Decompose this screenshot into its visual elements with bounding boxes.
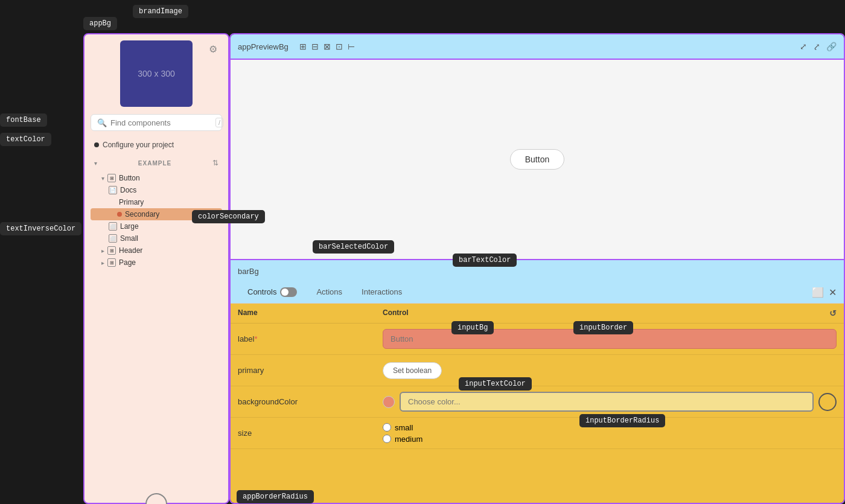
color-input-row <box>383 392 837 412</box>
color-swatch[interactable] <box>383 396 395 408</box>
preview-bar-icons: ⊞ ⊟ ⊠ ⊡ ⊢ <box>299 42 355 51</box>
section-label: EXAMPLE <box>138 160 171 167</box>
radio-row-medium: medium <box>383 435 837 444</box>
tab-toggle-dot <box>281 289 289 296</box>
col-control-header: Control <box>383 308 829 318</box>
tab-toggle[interactable] <box>280 287 297 297</box>
table-row-size: size small medium <box>231 418 844 449</box>
layout-icon-5[interactable]: ⊢ <box>348 42 355 51</box>
search-icon: 🔍 <box>97 118 107 127</box>
brand-image-size: 300 x 300 <box>138 69 175 78</box>
expand-icon: ▾ <box>101 175 104 182</box>
frame-icon-sm: ⬜ <box>109 234 117 243</box>
brand-image-container: 300 x 300 ⚙ <box>91 40 222 107</box>
layout-icon-3[interactable]: ⊠ <box>324 42 331 51</box>
content-area: appPreviewBg ⊞ ⊟ ⊠ ⊡ ⊢ ⤢ ⤤ 🔗 Button barB… <box>229 33 845 504</box>
expand-icon-h: ▸ <box>101 247 104 254</box>
radio-label-small: small <box>395 423 413 432</box>
tab-interactions-label: Interactions <box>362 287 402 296</box>
expand-icon-p: ▸ <box>101 260 104 266</box>
tab-actions[interactable]: Actions <box>307 282 352 302</box>
gear-icon[interactable]: ⚙ <box>209 43 217 55</box>
color-text-input[interactable] <box>400 392 814 412</box>
controls-table: Name Control ↺ label* primary Set boolea… <box>231 304 844 503</box>
inputborderradius-tooltip: inputBorderRadius <box>579 414 665 427</box>
sidebar: 300 x 300 ⚙ 🔍 / Configure your project ▾… <box>83 33 229 504</box>
search-shortcut: / <box>215 118 223 127</box>
inputbg-tooltip: inputBg <box>451 321 494 334</box>
section-header: ▾ EXAMPLE ⇅ <box>91 156 222 170</box>
row-name-bgcolor: backgroundColor <box>238 397 383 406</box>
table-header: Name Control ↺ <box>231 304 844 324</box>
col-name-header: Name <box>238 308 383 318</box>
set-boolean-button[interactable]: Set boolean <box>383 362 442 379</box>
tab-controls[interactable]: Controls <box>238 282 307 303</box>
tree-label: Docs <box>120 186 136 194</box>
brandimage-tooltip: brandImage <box>133 5 188 18</box>
row-name-label: label* <box>238 334 383 343</box>
brand-image: 300 x 300 <box>120 40 193 107</box>
tree-item-docs[interactable]: 📄 Docs <box>91 184 222 196</box>
preview-bar-right: ⤢ ⤤ 🔗 <box>800 42 837 51</box>
radio-label-medium: medium <box>395 435 422 444</box>
row-control-primary: Set boolean <box>383 362 837 379</box>
color-circle-button[interactable] <box>818 393 837 411</box>
tab-actions-label: Actions <box>316 287 342 296</box>
preview-bar: appPreviewBg ⊞ ⊟ ⊠ ⊡ ⊢ ⤢ ⤤ 🔗 <box>231 34 844 60</box>
expand-icon-right[interactable]: ⤢ <box>800 42 807 51</box>
tree-label: Button <box>119 174 140 182</box>
appbg-tooltip: appBg <box>83 17 117 30</box>
layout-icon-4[interactable]: ⊡ <box>336 42 343 51</box>
section-sort-icon[interactable]: ⇅ <box>212 159 218 167</box>
tree-item-page[interactable]: ▸ ⊞ Page <box>91 257 222 269</box>
external-link-icon[interactable]: ⤤ <box>813 42 820 51</box>
inputtextcolor-tooltip: inputTextColor <box>459 377 532 391</box>
configure-label: Configure your project <box>103 141 174 149</box>
appborderradius-tooltip: appBorderRadius <box>237 490 314 503</box>
row-name-primary: primary <box>238 366 383 375</box>
inputborder-tooltip: inputBorder <box>573 321 633 334</box>
search-box: 🔍 / <box>91 114 222 131</box>
radio-small[interactable] <box>383 423 391 432</box>
preview-canvas: Button <box>231 60 844 259</box>
bottom-bar-label: barBg <box>238 267 259 276</box>
tree-item-button[interactable]: ▾ ⊞ Button <box>91 172 222 184</box>
tree-label: Header <box>119 246 142 255</box>
tree-label: Primary <box>119 198 144 206</box>
selected-dot <box>117 212 122 217</box>
reset-icon[interactable]: ↺ <box>829 308 837 318</box>
radio-medium[interactable] <box>383 435 391 443</box>
configure-dot <box>94 142 99 147</box>
layout-icon-1[interactable]: ⊞ <box>299 42 307 51</box>
tree-item-small[interactable]: ⬜ Small <box>91 232 222 244</box>
layout-icon-2[interactable]: ⊟ <box>311 42 319 51</box>
tree-item-header[interactable]: ▸ ⊞ Header <box>91 244 222 257</box>
tree-label: Large <box>120 222 139 231</box>
bottom-bar: barBg <box>231 259 844 282</box>
tab-controls-label: Controls <box>247 287 276 296</box>
tab-right-icons: ⬜ ✕ <box>812 287 837 298</box>
folder-icon: ⊞ <box>107 174 116 182</box>
tree-label: Page <box>119 258 136 267</box>
preview-button[interactable]: Button <box>510 149 564 170</box>
controls-tabs: Controls Actions Interactions ⬜ ✕ <box>231 282 844 304</box>
tree-item-primary[interactable]: Primary <box>91 196 222 208</box>
search-input[interactable] <box>110 118 212 127</box>
table-row-label: label* <box>231 324 844 355</box>
tab-interactions[interactable]: Interactions <box>352 282 412 302</box>
tree-label: Small <box>120 234 138 243</box>
required-star: * <box>254 334 257 343</box>
panel-close-icon[interactable]: ✕ <box>829 287 837 298</box>
table-row-bgcolor: backgroundColor <box>231 386 844 418</box>
doc-icon: 📄 <box>109 186 117 194</box>
folder-icon-p: ⊞ <box>107 258 116 267</box>
textcolor-tooltip: textColor <box>0 133 51 146</box>
row-name-size: size <box>238 429 383 438</box>
bartextcolor-tooltip: barTextColor <box>453 254 517 267</box>
section-collapse-icon[interactable]: ▾ <box>94 160 97 167</box>
link-icon[interactable]: 🔗 <box>826 42 837 51</box>
panel-layout-icon[interactable]: ⬜ <box>812 287 824 298</box>
app-border-radius-indicator <box>145 493 167 504</box>
row-control-bgcolor <box>383 392 837 412</box>
folder-icon-h: ⊞ <box>107 246 116 255</box>
